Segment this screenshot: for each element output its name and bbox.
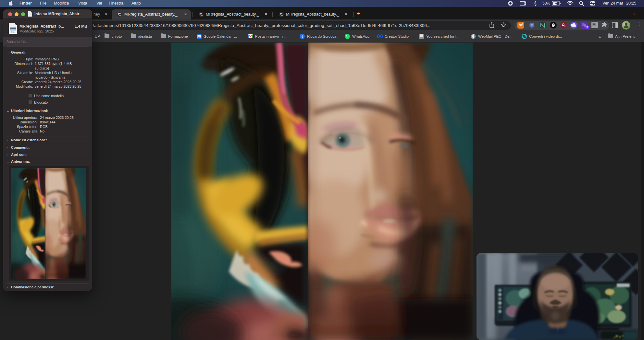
- svg-text:PNG: PNG: [11, 31, 15, 33]
- svg-text:31: 31: [198, 35, 200, 38]
